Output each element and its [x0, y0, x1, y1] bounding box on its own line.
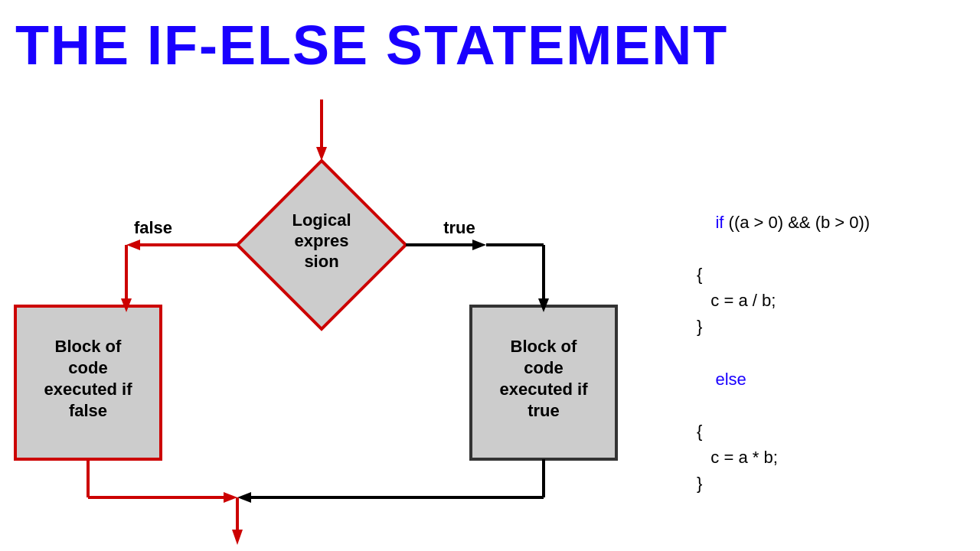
svg-text:Block of: Block of — [55, 337, 122, 356]
svg-marker-34 — [232, 530, 243, 545]
svg-text:executed if: executed if — [500, 380, 589, 399]
code-line-6: { — [697, 419, 957, 445]
code-line-5: else — [697, 341, 957, 419]
code-line-8: } — [697, 471, 957, 497]
svg-text:code: code — [68, 358, 107, 377]
page-title: THE IF-ELSE STATEMENT — [15, 14, 728, 77]
svg-text:true: true — [528, 401, 560, 420]
svg-marker-9 — [126, 240, 140, 250]
svg-text:executed if: executed if — [44, 380, 133, 399]
svg-marker-18 — [472, 240, 486, 250]
svg-text:expres: expres — [295, 231, 349, 250]
code-panel: if ((a > 0) && (b > 0)) { c = a / b; } e… — [697, 184, 957, 497]
svg-marker-29 — [224, 492, 237, 503]
svg-text:Block of: Block of — [511, 337, 577, 356]
flowchart: Logical expres sion false true Block of … — [0, 99, 658, 551]
svg-text:code: code — [524, 358, 563, 377]
svg-text:false: false — [134, 218, 172, 237]
code-line-4: } — [697, 314, 957, 340]
svg-marker-32 — [237, 492, 251, 503]
svg-text:sion: sion — [304, 252, 338, 271]
code-line-7: c = a * b; — [697, 445, 957, 471]
code-line-2: { — [697, 262, 957, 288]
code-line-3: c = a / b; — [697, 288, 957, 314]
svg-text:true: true — [443, 218, 475, 237]
svg-text:Logical: Logical — [292, 210, 351, 230]
code-line-1: if ((a > 0) && (b > 0)) — [697, 184, 957, 262]
svg-text:false: false — [69, 401, 107, 420]
